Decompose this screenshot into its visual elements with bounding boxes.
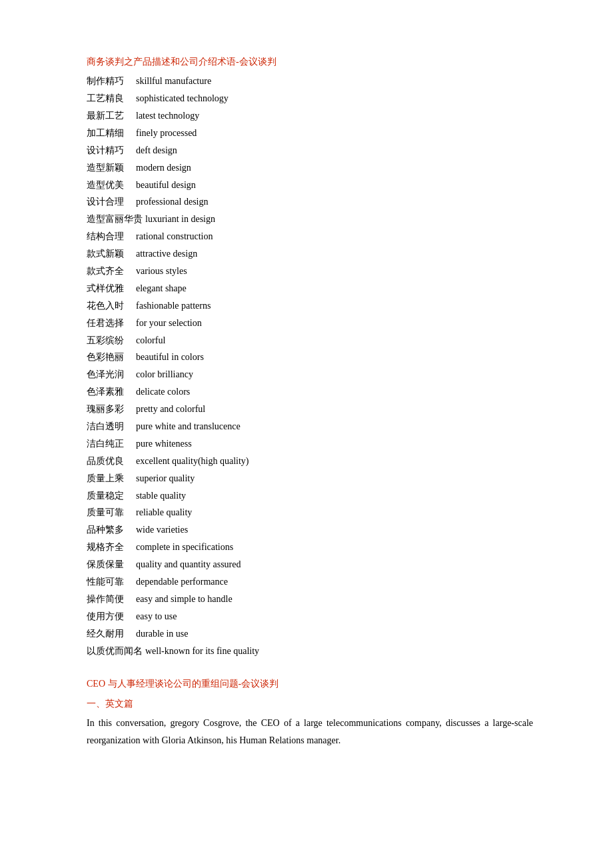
english-term: rational construction — [136, 228, 213, 245]
english-term: superior quality — [136, 470, 195, 487]
list-item: 质量稳定stable quality — [87, 487, 533, 505]
section1-title: 商务谈判之产品描述和公司介绍术语-会议谈判 — [87, 53, 533, 70]
english-term: quality and quantity assured — [136, 556, 241, 573]
english-term: sophisticated technology — [136, 90, 229, 107]
items-list: 制作精巧skillful manufacture工艺精良sophisticate… — [87, 73, 533, 659]
english-term: easy and simple to handle — [136, 591, 233, 608]
chinese-term: 造型新颖 — [87, 159, 133, 177]
chinese-term: 质量稳定 — [87, 487, 133, 505]
list-item: 洁白透明pure white and translucence — [87, 418, 533, 435]
english-term: modern design — [136, 159, 191, 177]
english-term: excellent quality(high quality) — [136, 453, 249, 470]
list-item: 设计精巧deft design — [87, 142, 533, 159]
chinese-term: 任君选择 — [87, 315, 133, 332]
english-term: fashionable patterns — [136, 297, 211, 315]
list-item: 色彩艳丽beautiful in colors — [87, 349, 533, 366]
english-term: complete in specifications — [136, 539, 233, 556]
list-item: 质量可靠reliable quality — [87, 504, 533, 521]
section2-subtitle: 一、英文篇 — [87, 695, 533, 712]
english-term: pretty and colorful — [136, 401, 205, 418]
list-item: 质量上乘superior quality — [87, 470, 533, 487]
chinese-term: 款式新颖 — [87, 245, 133, 263]
chinese-term: 设计合理 — [87, 193, 133, 211]
list-item: 结构合理rational construction — [87, 228, 533, 245]
chinese-term: 洁白透明 — [87, 418, 133, 435]
chinese-term: 造型富丽华贵 — [87, 211, 143, 228]
chinese-term: 经久耐用 — [87, 625, 133, 643]
english-term: beautiful design — [136, 177, 196, 194]
chinese-term: 五彩缤纷 — [87, 332, 133, 349]
list-item: 品质优良excellent quality(high quality) — [87, 453, 533, 470]
section1: 商务谈判之产品描述和公司介绍术语-会议谈判 制作精巧skillful manuf… — [87, 53, 533, 659]
list-item: 色泽光润color brilliancy — [87, 366, 533, 383]
english-term: stable quality — [136, 487, 186, 505]
list-item: 五彩缤纷colorful — [87, 332, 533, 349]
english-term: durable in use — [136, 625, 189, 643]
english-term: attractive design — [136, 245, 197, 263]
list-item: 式样优雅elegant shape — [87, 280, 533, 297]
english-term: skillful manufacture — [136, 73, 211, 90]
english-term: delicate colors — [136, 383, 190, 401]
english-term: color brilliancy — [136, 366, 193, 383]
chinese-term: 最新工艺 — [87, 107, 133, 125]
english-term: colorful — [136, 332, 165, 349]
chinese-term: 花色入时 — [87, 297, 133, 315]
list-item: 任君选择for your selection — [87, 315, 533, 332]
english-term: reliable quality — [136, 504, 192, 521]
english-term: pure whiteness — [136, 435, 192, 453]
list-item: 造型新颖modern design — [87, 159, 533, 177]
section2-title: CEO 与人事经理谈论公司的重组问题-会议谈判 — [87, 675, 533, 692]
english-term: various styles — [136, 263, 187, 280]
english-term: professional design — [136, 193, 208, 211]
chinese-term: 瑰丽多彩 — [87, 401, 133, 418]
chinese-term: 色彩艳丽 — [87, 349, 133, 366]
chinese-term: 加工精细 — [87, 125, 133, 142]
list-item: 工艺精良sophisticated technology — [87, 90, 533, 107]
chinese-term: 规格齐全 — [87, 539, 133, 556]
list-item: 设计合理professional design — [87, 193, 533, 211]
section2: CEO 与人事经理谈论公司的重组问题-会议谈判 一、英文篇 In this co… — [87, 675, 533, 749]
chinese-term: 制作精巧 — [87, 73, 133, 90]
list-item: 操作简便easy and simple to handle — [87, 591, 533, 608]
chinese-term: 式样优雅 — [87, 280, 133, 297]
list-item: 制作精巧skillful manufacture — [87, 73, 533, 90]
list-item: 使用方便easy to use — [87, 608, 533, 625]
list-item: 规格齐全complete in specifications — [87, 539, 533, 556]
english-term: elegant shape — [136, 280, 187, 297]
list-item: 款式齐全various styles — [87, 263, 533, 280]
list-item: 洁白纯正pure whiteness — [87, 435, 533, 453]
english-term: deft design — [136, 142, 177, 159]
list-item: 瑰丽多彩pretty and colorful — [87, 401, 533, 418]
english-term: latest technology — [136, 107, 199, 125]
chinese-term: 质量上乘 — [87, 470, 133, 487]
section2-paragraph: In this conversation, gregory Cosgrove, … — [87, 715, 533, 749]
list-item: 加工精细finely processed — [87, 125, 533, 142]
chinese-term: 设计精巧 — [87, 142, 133, 159]
english-term: luxuriant in design — [145, 211, 215, 228]
chinese-term: 色泽光润 — [87, 366, 133, 383]
english-term: finely processed — [136, 125, 197, 142]
list-item: 经久耐用durable in use — [87, 625, 533, 643]
chinese-term: 洁白纯正 — [87, 435, 133, 453]
chinese-term: 工艺精良 — [87, 90, 133, 107]
chinese-term: 色泽素雅 — [87, 383, 133, 401]
list-item: 色泽素雅delicate colors — [87, 383, 533, 401]
list-item: 最新工艺latest technology — [87, 107, 533, 125]
chinese-term: 结构合理 — [87, 228, 133, 245]
chinese-term: 造型优美 — [87, 177, 133, 194]
chinese-term: 保质保量 — [87, 556, 133, 573]
chinese-term: 品种繁多 — [87, 521, 133, 539]
chinese-term: 品质优良 — [87, 453, 133, 470]
chinese-term: 质量可靠 — [87, 504, 133, 521]
list-item: 造型富丽华贵luxuriant in design — [87, 211, 533, 228]
list-item: 花色入时fashionable patterns — [87, 297, 533, 315]
chinese-term: 款式齐全 — [87, 263, 133, 280]
list-item: 款式新颖attractive design — [87, 245, 533, 263]
chinese-term: 性能可靠 — [87, 573, 133, 591]
chinese-term: 操作简便 — [87, 591, 133, 608]
list-item: 保质保量quality and quantity assured — [87, 556, 533, 573]
list-item: 品种繁多wide varieties — [87, 521, 533, 539]
list-item: 性能可靠dependable performance — [87, 573, 533, 591]
chinese-term: 以质优而闻名 — [87, 643, 143, 660]
english-term: pure white and translucence — [136, 418, 241, 435]
